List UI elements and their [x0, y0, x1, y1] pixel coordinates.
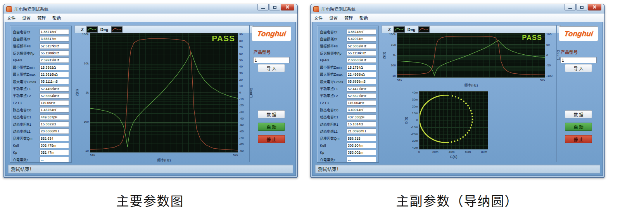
axis-tick: 100	[84, 120, 89, 123]
tab-z[interactable]: Z	[81, 27, 84, 32]
product-model-input[interactable]	[253, 57, 290, 63]
param-label: 动态电容C1	[13, 114, 40, 120]
param-value-input[interactable]	[40, 100, 69, 106]
param-label: 谐振频率Fs	[320, 43, 347, 49]
caption-right: 主副参数（导纳圆）	[310, 191, 604, 210]
axis-tick: 20m	[432, 150, 439, 154]
start-button[interactable]: 启 动	[258, 123, 285, 131]
param-value-input[interactable]	[40, 114, 69, 120]
pass-badge: PASS	[212, 34, 235, 43]
axis-tick: 57k	[540, 78, 545, 82]
param-row: 反谐振频率Fp	[13, 50, 69, 57]
param-value-input[interactable]	[347, 136, 376, 141]
param-value-input[interactable]	[347, 50, 376, 56]
maximize-icon	[580, 6, 584, 9]
data-button[interactable]: 数 据	[258, 110, 285, 118]
maximize-button[interactable]	[269, 4, 280, 10]
param-value-input[interactable]	[40, 72, 69, 77]
axis-tick: 80m	[481, 150, 487, 154]
data-button[interactable]: 数 据	[565, 110, 592, 118]
param-value-input[interactable]	[347, 72, 376, 77]
menubar: 文件设置管理帮助	[311, 14, 604, 22]
menu-item[interactable]: 文件	[314, 15, 323, 21]
param-value-input[interactable]	[347, 36, 376, 42]
param-row: 自由电容Ct	[320, 28, 376, 35]
close-button[interactable]	[588, 4, 601, 10]
param-value-input[interactable]	[40, 50, 69, 56]
start-button[interactable]: 启 动	[565, 123, 592, 131]
menu-item[interactable]: 管理	[37, 15, 46, 21]
param-value-input[interactable]	[40, 57, 69, 63]
tab-deg[interactable]: Deg	[407, 27, 416, 32]
param-label: 动态电容C1	[320, 114, 347, 120]
param-value-input[interactable]	[347, 150, 376, 155]
param-value-input[interactable]	[347, 79, 376, 84]
param-label: 动态电感L1	[13, 129, 40, 134]
param-value-input[interactable]	[40, 86, 69, 92]
param-label: 品质因数Qm	[320, 136, 347, 141]
param-value-input[interactable]	[40, 36, 69, 42]
param-value-input[interactable]	[40, 157, 69, 162]
param-value-input[interactable]	[40, 107, 69, 113]
window-title: 压电陶瓷测试系统	[321, 6, 356, 12]
menu-item[interactable]: 管理	[344, 15, 353, 21]
param-row: Kp	[13, 149, 69, 156]
param-value-input[interactable]	[347, 143, 376, 148]
axis-tick: 10k	[84, 62, 89, 65]
param-value-input[interactable]	[347, 128, 376, 134]
param-value-input[interactable]	[347, 29, 376, 35]
param-row: 静态电容C0	[320, 106, 376, 113]
titlebar[interactable]: 压电陶瓷测试系统	[3, 4, 297, 14]
param-value-input[interactable]	[40, 93, 69, 99]
param-value-input[interactable]	[347, 43, 376, 49]
minimize-icon	[261, 8, 265, 9]
param-value-input[interactable]	[347, 65, 376, 70]
maximize-button[interactable]	[576, 4, 587, 10]
tab-deg[interactable]: Deg	[100, 27, 109, 32]
close-button[interactable]	[281, 4, 294, 10]
axis-tick: 0	[418, 150, 420, 154]
minimize-button[interactable]	[257, 4, 269, 10]
y-axis-label-left: Z(Ω)	[74, 33, 79, 153]
param-value-input[interactable]	[40, 43, 69, 49]
param-value-input[interactable]	[40, 121, 69, 127]
param-value-input[interactable]	[347, 157, 376, 162]
param-value-input[interactable]	[347, 86, 376, 92]
param-value-input[interactable]	[347, 107, 376, 113]
product-model-input[interactable]	[560, 57, 597, 63]
param-value-input[interactable]	[40, 143, 69, 148]
param-value-input[interactable]	[40, 65, 69, 70]
param-value-input[interactable]	[347, 100, 376, 106]
param-value-input[interactable]	[40, 128, 69, 134]
param-value-input[interactable]	[347, 121, 376, 127]
axis-tick: 51k	[397, 78, 402, 82]
menu-item[interactable]: 设置	[22, 15, 31, 21]
param-value-input[interactable]	[40, 29, 69, 35]
caption-left: 主要参数图	[3, 191, 297, 210]
param-row: 谐振频率Fs	[320, 43, 376, 50]
param-label: 半功率点F2	[320, 93, 347, 98]
param-value-input[interactable]	[40, 79, 69, 84]
axis-tick: -80	[239, 143, 244, 146]
y-axis-ticks-left: 100k10k1k10010	[387, 33, 397, 78]
minimize-button[interactable]	[565, 4, 576, 10]
stop-button[interactable]: 停 止	[258, 135, 285, 143]
stop-button[interactable]: 停 止	[565, 135, 592, 143]
titlebar[interactable]: 压电陶瓷测试系统	[311, 4, 604, 14]
import-button[interactable]: 导 入	[258, 64, 285, 72]
import-button[interactable]: 导 入	[565, 64, 592, 72]
param-row: 最大电导Gmax	[13, 78, 69, 85]
window-controls	[257, 4, 294, 10]
page: 压电陶瓷测试系统 文件设置管理帮助 自由电容Ct自由损耗Dt谐振频率Fs反谐振频…	[0, 0, 644, 222]
menu-item[interactable]: 文件	[7, 15, 16, 21]
param-value-input[interactable]	[347, 93, 376, 99]
menu-item[interactable]: 帮助	[52, 15, 61, 21]
param-value-input[interactable]	[347, 114, 376, 120]
menu-item[interactable]: 设置	[329, 15, 338, 21]
menu-item[interactable]: 帮助	[359, 15, 368, 21]
param-value-input[interactable]	[40, 136, 69, 141]
param-value-input[interactable]	[347, 57, 376, 63]
axis-tick: 1k	[86, 91, 89, 94]
tab-z[interactable]: Z	[388, 27, 391, 32]
param-value-input[interactable]	[40, 150, 69, 155]
